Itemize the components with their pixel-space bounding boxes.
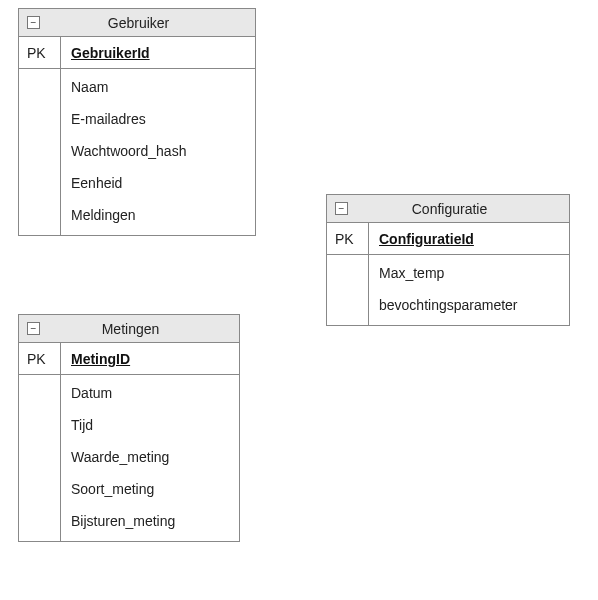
attrs-block: Naam E-mailadres Wachtwoord_hash Eenheid…	[61, 69, 255, 235]
attr-row: Meldingen	[61, 199, 255, 231]
entity-title: Metingen	[48, 321, 239, 337]
attr-row: Naam	[61, 71, 255, 103]
attr-row: bevochtingsparameter	[369, 289, 569, 321]
pk-column: PK	[19, 343, 61, 541]
pk-name: MetingID	[61, 343, 239, 375]
attr-row: Datum	[61, 377, 239, 409]
attr-row: Soort_meting	[61, 473, 239, 505]
pk-empty	[19, 69, 60, 235]
entity-configuratie: − Configuratie PK ConfiguratieId Max_tem…	[326, 194, 570, 326]
entity-title: Configuratie	[356, 201, 569, 217]
attr-row: Eenheid	[61, 167, 255, 199]
attr-row: Bijsturen_meting	[61, 505, 239, 537]
entity-header: − Gebruiker	[19, 9, 255, 37]
attr-row: Wachtwoord_hash	[61, 135, 255, 167]
entity-body: PK ConfiguratieId Max_temp bevochtingspa…	[327, 223, 569, 325]
pk-name: GebruikerId	[61, 37, 255, 69]
attr-column: MetingID Datum Tijd Waarde_meting Soort_…	[61, 343, 239, 541]
attr-row: Tijd	[61, 409, 239, 441]
pk-label: PK	[327, 223, 369, 255]
attr-column: GebruikerId Naam E-mailadres Wachtwoord_…	[61, 37, 255, 235]
pk-column: PK	[19, 37, 61, 235]
attr-column: ConfiguratieId Max_temp bevochtingsparam…	[369, 223, 569, 325]
entity-title: Gebruiker	[48, 15, 255, 31]
entity-body: PK GebruikerId Naam E-mailadres Wachtwoo…	[19, 37, 255, 235]
collapse-icon[interactable]: −	[27, 16, 40, 29]
pk-empty	[19, 375, 60, 541]
attrs-block: Max_temp bevochtingsparameter	[369, 255, 569, 325]
pk-column: PK	[327, 223, 369, 325]
entity-metingen: − Metingen PK MetingID Datum Tijd Waarde…	[18, 314, 240, 542]
collapse-icon[interactable]: −	[335, 202, 348, 215]
pk-name: ConfiguratieId	[369, 223, 569, 255]
pk-label: PK	[19, 37, 61, 69]
attr-row: Max_temp	[369, 257, 569, 289]
pk-label: PK	[19, 343, 61, 375]
collapse-icon[interactable]: −	[27, 322, 40, 335]
attrs-block: Datum Tijd Waarde_meting Soort_meting Bi…	[61, 375, 239, 541]
attr-row: Waarde_meting	[61, 441, 239, 473]
entity-gebruiker: − Gebruiker PK GebruikerId Naam E-mailad…	[18, 8, 256, 236]
entity-body: PK MetingID Datum Tijd Waarde_meting Soo…	[19, 343, 239, 541]
attr-row: E-mailadres	[61, 103, 255, 135]
entity-header: − Metingen	[19, 315, 239, 343]
pk-empty	[327, 255, 368, 325]
entity-header: − Configuratie	[327, 195, 569, 223]
